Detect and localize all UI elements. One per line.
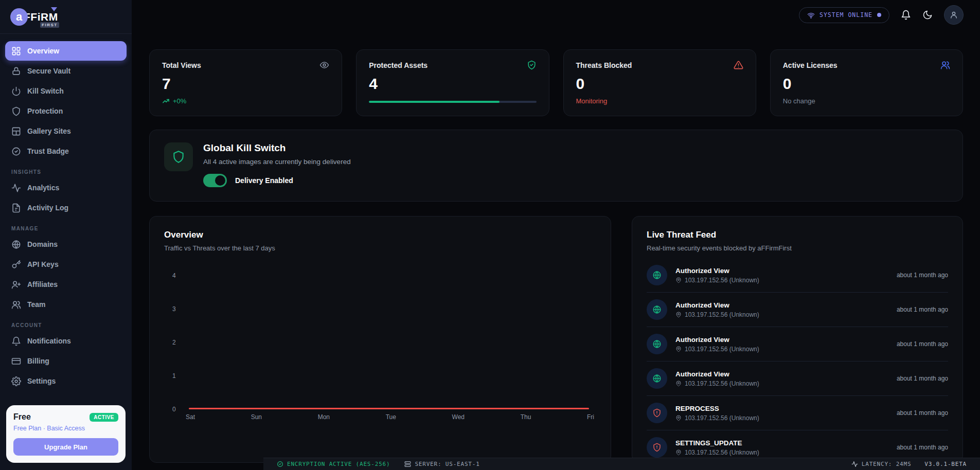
map-pin-icon [675,312,682,318]
user-avatar[interactable] [944,5,964,25]
lock-icon [11,66,21,76]
globe-icon [11,240,21,249]
event-time: about 1 month ago [897,340,948,348]
stat-value: 0 [783,75,950,93]
sidebar-item-gallery-sites[interactable]: Gallery Sites [5,121,127,141]
server-icon [404,461,411,467]
assets-progress-fill [369,101,500,103]
event-type: Authorized View [675,336,888,344]
sidebar-item-notifications[interactable]: Notifications [5,331,127,351]
shield-alert-icon [647,403,667,423]
x-axis-tick: Thu [521,413,531,421]
activity-icon [11,183,21,193]
sidebar-item-affiliates[interactable]: Affiliates [5,275,127,294]
user-plus-icon [11,280,21,290]
event-time: about 1 month ago [897,375,948,382]
trending-up-icon [162,97,170,105]
y-axis-tick: 2 [172,339,176,346]
key-icon [11,260,21,269]
latency-status: LATENCY: 24MS [851,461,912,467]
bottom-row: Overview Traffic vs Threats over the las… [149,216,963,463]
line-chart: 4 3 2 1 0 [186,276,591,409]
sidebar-item-trust-badge[interactable]: Trust Badge [5,141,127,161]
sidebar-item-overview[interactable]: Overview [5,41,127,61]
sidebar-item-protection[interactable]: Protection [5,101,127,121]
stat-card-active-licenses: Active Licenses 0 No change [770,49,963,116]
brand-subtitle: FIRST [40,22,59,28]
sidebar-item-activity-log[interactable]: Activity Log [5,198,127,218]
sidebar-item-kill-switch[interactable]: Kill Switch [5,81,127,101]
theme-toggle-button[interactable] [922,10,933,20]
globe-icon [647,334,667,354]
chart-title: Overview [164,230,596,240]
assets-progress-bar [369,101,536,103]
toggle-label: Delivery Enabled [235,176,293,185]
x-axis-tick: Sat [186,413,195,421]
bell-icon [901,10,911,20]
brand-logo: a FFiRM FIRST [0,0,132,34]
system-status-text: SYSTEM ONLINE [819,11,872,19]
x-axis-tick: Wed [452,413,465,421]
threat-feed-item: REPROCESS103.197.152.56 (Unknown)about 1… [647,396,948,430]
sidebar-item-secure-vault[interactable]: Secure Vault [5,61,127,81]
main-area: SYSTEM ONLINE Total Views 7 +0% [132,0,980,470]
encryption-status: ENCRYPTION ACTIVE (AES-256) [277,461,390,467]
sidebar-item-settings[interactable]: Settings [5,371,127,391]
event-ip: 103.197.152.56 (Unknown) [685,311,759,318]
live-threat-feed-panel: Live Threat Feed Real-time security even… [632,216,963,463]
event-time: about 1 month ago [897,272,948,279]
delivery-toggle[interactable] [203,174,227,187]
event-type: REPROCESS [675,405,888,412]
sidebar-item-billing[interactable]: Billing [5,351,127,371]
map-pin-icon [675,415,682,421]
threats-series-line [189,408,589,409]
wifi-icon [807,11,815,19]
notifications-button[interactable] [901,10,911,20]
event-ip: 103.197.152.56 (Unknown) [685,346,759,353]
map-pin-icon [675,449,682,456]
power-icon [11,86,21,96]
brand-triangle-icon [51,7,57,11]
version-label: V3.0.1-BETA [924,461,967,467]
event-time: about 1 month ago [897,444,948,451]
stats-row: Total Views 7 +0% Protected Assets 4 [149,49,963,116]
plan-name: Free [13,412,31,422]
map-pin-icon [675,346,682,352]
server-status: SERVER: US-EAST-1 [404,461,479,467]
event-ip: 103.197.152.56 (Unknown) [685,449,759,456]
shield-check-icon [277,461,283,467]
stat-value: 7 [162,75,329,93]
sidebar-item-analytics[interactable]: Analytics [5,178,127,197]
shield-icon [164,142,193,171]
y-axis-tick: 1 [172,372,176,379]
sidebar-section-manage: MANAGE [11,226,127,231]
stat-title: Total Views [162,61,201,69]
sidebar-item-team[interactable]: Team [5,295,127,314]
sidebar-section-account: ACCOUNT [11,322,127,328]
stat-status: Monitoring [576,97,608,105]
stat-title: Active Licenses [783,61,838,69]
event-ip: 103.197.152.56 (Unknown) [685,414,759,422]
x-axis-tick: Tue [386,413,396,421]
sidebar-section-insights: INSIGHTS [11,169,127,175]
globe-icon [647,299,667,320]
sidebar-item-domains[interactable]: Domains [5,234,127,254]
sidebar-item-api-keys[interactable]: API Keys [5,255,127,274]
stat-delta: +0% [173,97,186,105]
alert-triangle-icon [734,60,743,70]
stat-value: 4 [369,75,536,93]
event-ip: 103.197.152.56 (Unknown) [685,380,759,387]
upgrade-plan-button[interactable]: Upgrade Plan [13,438,118,456]
bell-icon [11,336,21,346]
event-time: about 1 month ago [897,409,948,417]
event-type: SETTINGS_UPDATE [675,439,888,447]
chart-subtitle: Traffic vs Threats over the last 7 days [164,244,596,252]
plan-description: Free Plan · Basic Access [13,425,118,432]
threat-feed-list: Authorized View103.197.152.56 (Unknown)a… [647,258,948,465]
moon-icon [922,10,933,20]
x-axis-tick: Sun [251,413,262,421]
shield-check-icon [527,60,537,70]
feed-title: Live Threat Feed [647,230,948,240]
event-type: Authorized View [675,267,888,275]
threat-feed-item: Authorized View103.197.152.56 (Unknown)a… [647,327,948,361]
